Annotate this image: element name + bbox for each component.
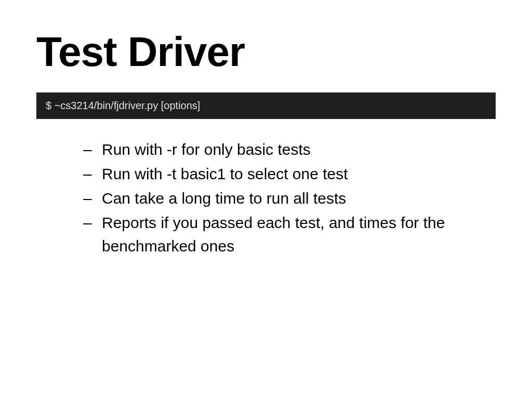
list-item: Run with -r for only basic tests — [83, 138, 496, 161]
command-box: $ ~cs3214/bin/fjdriver.py [options] — [36, 92, 496, 119]
list-item: Run with -t basic1 to select one test — [83, 162, 496, 185]
slide: Test Driver $ ~cs3214/bin/fjdriver.py [o… — [0, 0, 532, 399]
list-item: Reports if you passed each test, and tim… — [83, 211, 496, 258]
list-item: Can take a long time to run all tests — [83, 187, 496, 210]
bullet-list: Run with -r for only basic tests Run wit… — [36, 138, 496, 258]
slide-title: Test Driver — [36, 31, 496, 73]
